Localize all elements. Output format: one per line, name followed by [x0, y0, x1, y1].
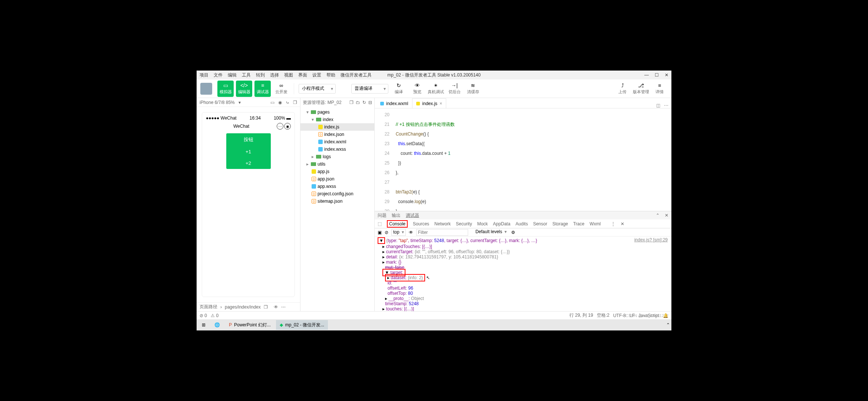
close-icon[interactable]: ✕	[665, 72, 668, 78]
minimize-icon[interactable]: —	[644, 72, 649, 78]
tree-folder-utils[interactable]: ▸utils	[300, 160, 374, 168]
tree-file-index-js[interactable]: index.js	[300, 123, 374, 131]
clear-cache-button[interactable]: ≋清缓存	[465, 81, 481, 97]
more-icon[interactable]: ⋯	[281, 304, 286, 310]
tree-file-project-config[interactable]: {}project.config.json	[300, 190, 374, 198]
console-output[interactable]: index.js? [sm]:29 ▼ {type: "tap", timeSt…	[375, 237, 671, 311]
compile-button[interactable]: ↻编译	[391, 81, 407, 97]
sim-copy-icon[interactable]: ❐	[293, 100, 297, 105]
console-source-link[interactable]: index.js? [sm]:29	[634, 237, 668, 242]
devtool-tab-sources[interactable]: Sources	[413, 221, 429, 226]
tree-folder-logs[interactable]: ▸logs	[300, 153, 374, 160]
devtool-tab-network[interactable]: Network	[434, 221, 451, 226]
new-folder-icon[interactable]: 🗀	[356, 100, 360, 105]
cursor-position[interactable]: 行 29, 列 19	[569, 312, 593, 319]
tree-folder-pages[interactable]: ▾pages	[300, 108, 374, 116]
mode-select[interactable]: 小程序模式	[299, 84, 336, 94]
version-button[interactable]: ⎇版本管理	[633, 81, 649, 97]
console-tab-debugger[interactable]: 调试器	[406, 212, 419, 219]
devtool-tab-appdata[interactable]: AppData	[493, 221, 510, 226]
menu-tool[interactable]: 工具	[242, 72, 251, 78]
eye-icon[interactable]: 👁	[274, 304, 278, 310]
new-file-icon[interactable]: ❐	[349, 100, 354, 105]
menu-goto[interactable]: 转到	[256, 72, 265, 78]
more-tab-icon[interactable]: ⋯	[664, 103, 668, 108]
simulator-screen[interactable]: ●●●●● WeChat 16:34 100% ▬ WeChat ⋯◉ 按钮 +…	[202, 112, 295, 297]
menu-select[interactable]: 选择	[270, 72, 279, 78]
tray-up-icon[interactable]: ⌃	[666, 322, 670, 327]
inspect-icon[interactable]: ⬚	[378, 221, 382, 226]
tab-index-wxml[interactable]: index.wxml	[376, 98, 412, 108]
device-select[interactable]: iPhone 6/7/8 85%	[200, 100, 235, 105]
close-tab-icon[interactable]: ×	[440, 101, 442, 106]
maximize-icon[interactable]: ☐	[655, 72, 659, 78]
devtool-tab-storage[interactable]: Storage	[552, 221, 568, 226]
errors-count[interactable]: ⊘ 0	[200, 313, 207, 318]
encoding[interactable]: UTF-8	[613, 313, 626, 318]
task-powerpoint[interactable]: PPowerPoint 幻灯...	[225, 320, 274, 330]
tree-file-app-wxss[interactable]: app.wxss	[300, 183, 374, 190]
tree-file-app-json[interactable]: {}app.json	[300, 175, 374, 183]
menu-help[interactable]: 帮助	[326, 72, 335, 78]
copy-path-icon[interactable]: ❐	[264, 304, 268, 310]
menu-file[interactable]: 文件	[214, 72, 223, 78]
devtool-close-icon[interactable]: ✕	[621, 221, 624, 226]
menu-edit[interactable]: 编辑	[228, 72, 237, 78]
split-icon[interactable]: ◫	[656, 103, 660, 108]
tree-file-index-wxss[interactable]: index.wxss	[300, 146, 374, 153]
console-settings-icon[interactable]: ⚙	[511, 230, 515, 235]
filter-input[interactable]	[416, 229, 468, 236]
chrome-icon[interactable]: 🌐	[211, 320, 224, 330]
compile-mode-select[interactable]: 普通编译	[351, 84, 388, 94]
capsule-menu-icon[interactable]: ⋯	[277, 123, 283, 130]
live-expression-icon[interactable]: 👁	[409, 230, 413, 235]
capsule-close-icon[interactable]: ◉	[284, 123, 291, 130]
upload-button[interactable]: ⤴上传	[614, 81, 631, 97]
devtool-more-icon[interactable]: ⋮	[611, 221, 615, 226]
tree-file-index-wxml[interactable]: index.wxml	[300, 138, 374, 146]
levels-select[interactable]: Default levels	[474, 229, 508, 236]
sim-plus2-button[interactable]: +2	[226, 157, 271, 169]
devtool-tab-security[interactable]: Security	[456, 221, 472, 226]
sim-record-icon[interactable]: ◉	[278, 100, 282, 105]
code-editor[interactable]: 2021222324252627282930 // +1 按钮的点击事件处理函数…	[375, 108, 671, 211]
menu-devtools[interactable]: 微信开发者工具	[341, 72, 372, 78]
sim-tool-icon[interactable]: ▭	[270, 100, 274, 105]
console-sidebar-icon[interactable]: ▣	[378, 230, 382, 235]
devtool-tab-console[interactable]: Console	[387, 220, 408, 228]
tab-index-js[interactable]: index.js×	[412, 98, 446, 108]
collapse-icon[interactable]: ⊟	[368, 100, 372, 105]
remote-debug-button[interactable]: ✴真机调试	[428, 81, 444, 97]
indent-setting[interactable]: 空格:2	[597, 312, 609, 319]
start-button[interactable]: ⊞	[198, 320, 209, 330]
console-tab-problems[interactable]: 问题	[378, 212, 387, 219]
sim-button[interactable]: 按钮	[226, 133, 271, 146]
editor-button[interactable]: </>编辑器	[236, 81, 252, 97]
details-button[interactable]: ≡详情	[651, 81, 668, 97]
menu-settings[interactable]: 设置	[312, 72, 321, 78]
devtool-tab-audits[interactable]: Audits	[516, 221, 528, 226]
menu-view[interactable]: 视图	[284, 72, 293, 78]
clear-console-icon[interactable]: ⊘	[385, 230, 388, 235]
tree-file-app-js[interactable]: app.js	[300, 168, 374, 175]
task-wechat-devtools[interactable]: ◆mp_02 - 微信开发...	[276, 320, 328, 330]
devtool-tab-mock[interactable]: Mock	[477, 221, 488, 226]
menu-project[interactable]: 项目	[200, 72, 208, 78]
context-select[interactable]: top	[391, 229, 406, 236]
devtool-tab-trace[interactable]: Trace	[573, 221, 584, 226]
tree-file-sitemap[interactable]: {}sitemap.json	[300, 198, 374, 205]
menu-ui[interactable]: 界面	[298, 72, 307, 78]
sim-plus1-button[interactable]: +1	[226, 146, 271, 157]
debugger-button[interactable]: ≡调试器	[254, 81, 271, 97]
tree-folder-index[interactable]: ▾index	[300, 116, 374, 123]
cloud-button[interactable]: ∞云开发	[273, 81, 289, 97]
simulator-button[interactable]: ▭模拟器	[217, 81, 234, 97]
devtool-tab-wxml[interactable]: Wxml	[589, 221, 601, 226]
avatar[interactable]	[200, 83, 212, 95]
preview-button[interactable]: 👁预览	[409, 81, 425, 97]
devtool-tab-sensor[interactable]: Sensor	[533, 221, 547, 226]
sim-share-icon[interactable]: ⤿	[286, 100, 289, 105]
tree-file-index-json[interactable]: {}index.json	[300, 131, 374, 138]
warnings-count[interactable]: ⚠ 0	[211, 313, 218, 318]
switch-bg-button[interactable]: →|切后台	[446, 81, 463, 97]
